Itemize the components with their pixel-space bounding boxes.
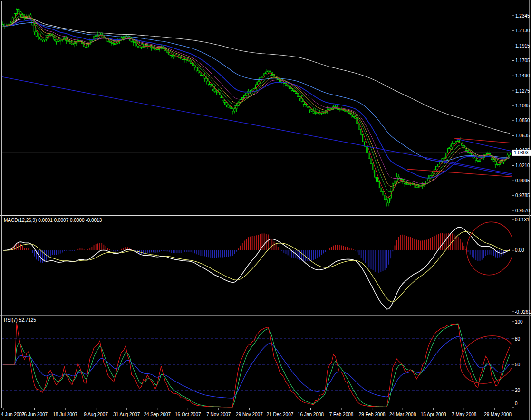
macd-tick-label: -0.0261: [515, 309, 531, 315]
annotation-ellipse-macd[interactable]: [462, 218, 518, 279]
date-tick-label: 7 Feb 2008: [329, 412, 354, 417]
price-panel: [0, 8, 512, 206]
price-tick-label: 1.1065: [515, 103, 530, 108]
date-tick-label: 16 Jan 2008: [298, 412, 324, 417]
date-tick-label: 18 Jul 2007: [53, 412, 77, 417]
rsi-panel: [1, 323, 523, 407]
date-tick-label: 29 Feb 2008: [359, 412, 386, 417]
date-tick-label: 29 May 2008: [484, 412, 512, 417]
macd-indicator-label: MACD(12,26,9) 0.0001 0.0007 0.0000 -0.00…: [4, 218, 102, 223]
price-tick-label: 1.1915: [515, 43, 530, 48]
date-tick-label: 31 Aug 2007: [113, 412, 140, 417]
rsi-tick-label: 80: [515, 336, 521, 342]
price-tick-label: 1.0210: [515, 163, 530, 168]
date-tick-label: 24 Mar 2008: [389, 412, 416, 417]
date-tick-label: 24 Sep 2007: [144, 412, 171, 417]
price-tick-label: 0.9785: [515, 193, 530, 198]
axes: 1.23451.21301.19151.17051.14901.12751.10…: [0, 0, 531, 420]
price-tick-label: 1.1275: [515, 88, 530, 94]
ma-ema-26: [3, 20, 510, 178]
trading-chart-window: 1.23451.21301.19151.17051.14901.12751.10…: [0, 0, 531, 420]
date-tick-label: 9 Aug 2007: [84, 412, 108, 417]
date-tick-label: 16 Oct 2007: [175, 412, 201, 417]
rsi-tick-label: 20: [515, 388, 521, 393]
price-tick-label: 1.0850: [515, 118, 530, 123]
macd-panel: [3, 218, 519, 309]
date-tick-label: 21 Dec 2007: [267, 412, 294, 417]
date-tick-label: 26 Jun 2007: [21, 412, 48, 417]
current-price-tag-text: 1.0393: [514, 150, 529, 155]
date-tick-label: 15 Apr 2008: [421, 412, 446, 417]
price-tick-label: 1.1490: [515, 73, 530, 78]
macd-tick-label: 0.0131: [515, 217, 530, 222]
price-tick-label: 0.9995: [515, 178, 530, 183]
macd-tick-label: 0.00: [515, 248, 524, 253]
date-tick-label: 29 Nov 2007: [236, 412, 263, 417]
rsi-tick-label: 50: [515, 362, 521, 367]
trendline-object[interactable]: [407, 169, 512, 177]
rsi-slow-line: [3, 336, 510, 398]
price-tick-label: 1.1705: [515, 58, 530, 63]
price-tick-label: 0.9570: [515, 208, 530, 213]
price-tick-label: 1.0635: [515, 133, 530, 138]
price-tick-label: 1.2130: [515, 28, 530, 33]
chart-canvas[interactable]: 1.23451.21301.19151.17051.14901.12751.10…: [0, 0, 531, 420]
price-tick-label: 1.2345: [515, 13, 530, 19]
rsi-fast-line: [3, 323, 510, 407]
date-tick-label: 7 Nov 2007: [206, 412, 231, 417]
rsi-indicator-label: RSI(7) 52.7125: [4, 317, 36, 323]
rsi-tick-label: 100: [515, 319, 523, 325]
ma-sma-150: [3, 19, 510, 134]
rsi-tick-label: 0: [515, 401, 518, 406]
date-tick-label: 7 May 2008: [452, 412, 477, 417]
